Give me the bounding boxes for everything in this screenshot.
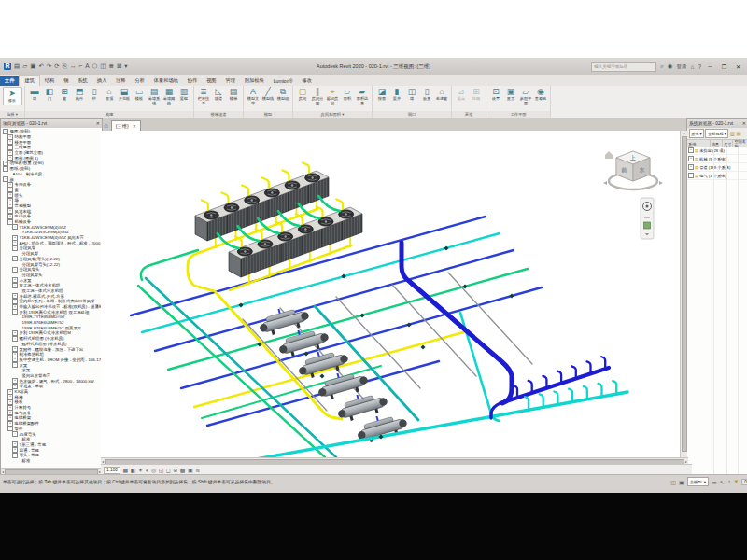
房间-button[interactable]: ▢房间 — [296, 87, 310, 102]
柱-button[interactable]: ▯柱 — [88, 87, 102, 102]
面积边界-button[interactable]: ▰面积边界 — [356, 87, 370, 106]
scrollbar-thumb[interactable] — [682, 136, 687, 452]
tree-expander-icon[interactable]: + — [688, 164, 694, 170]
竖井-button[interactable]: ▮竖井 — [390, 87, 404, 102]
垂直-button[interactable]: ▯垂直 — [420, 87, 434, 102]
幕墙系统-button[interactable]: ▤幕墙系统 — [148, 87, 162, 106]
account-icon[interactable]: ◉ — [668, 63, 673, 70]
view-dropdown[interactable]: 系统▾ — [689, 129, 704, 138]
editable-only-icon[interactable]: ▭ — [712, 479, 717, 485]
tree-expander-icon[interactable]: + — [688, 147, 694, 153]
save-icon[interactable]: ▣ — [30, 63, 35, 70]
close-view-tab-icon[interactable]: ✕ — [133, 123, 136, 129]
按面-button[interactable]: ◪按面 — [375, 87, 389, 102]
天花板-button[interactable]: ⬓天花板 — [118, 87, 132, 102]
search-icon[interactable]: ⌕ — [660, 63, 664, 70]
ribbon-panel-label[interactable]: 模型 — [244, 111, 292, 118]
revit-logo-icon[interactable]: R — [4, 63, 11, 70]
ribbon-tab-协作[interactable]: 协作 — [183, 76, 202, 87]
ribbon-panel-label[interactable]: 选择 ▾ — [0, 111, 24, 118]
显示-button[interactable]: ▣显示 — [504, 87, 518, 102]
幕墙网格-button[interactable]: ▦幕墙网格 — [162, 87, 176, 106]
design-option-dropdown[interactable]: 主模型▾ — [687, 477, 709, 486]
close-system-browser-icon[interactable]: ✕ — [742, 120, 746, 126]
measure-icon[interactable]: ↔ — [70, 63, 77, 70]
标记房间-button[interactable]: ⌖标记房间 — [326, 87, 340, 106]
customize-qat-icon[interactable]: ▾ — [124, 63, 127, 70]
navigation-bar[interactable] — [641, 198, 654, 239]
crop-view-icon[interactable]: ◱ — [159, 467, 164, 473]
ribbon-tab-建筑[interactable]: 建筑 — [19, 75, 39, 87]
drawing-area[interactable]: 上 前 东 — [101, 131, 680, 457]
tree-expander-icon[interactable]: - — [12, 336, 18, 342]
text-icon[interactable]: A — [85, 63, 89, 70]
design-options-icon[interactable]: ▣ — [679, 479, 684, 485]
楼梯-button[interactable]: ▤楼梯 — [227, 87, 241, 102]
close-hidden-icon[interactable]: ⊠ — [117, 63, 121, 70]
worksharing-display-icon[interactable]: ◫ — [670, 479, 676, 485]
老虎窗-button[interactable]: ⌂老虎窗 — [435, 87, 449, 102]
tree-expander-icon[interactable]: - — [12, 256, 18, 261]
view-cube[interactable]: 上 前 东 — [603, 151, 663, 189]
open-icon[interactable]: ▱ — [22, 63, 27, 70]
valve[interactable] — [420, 344, 425, 349]
scale-button[interactable]: 1:100 — [104, 467, 120, 474]
maximize-button[interactable]: ❐ — [719, 63, 729, 70]
temporary-hide-icon[interactable]: ⊘ — [173, 467, 177, 473]
app-store-icon[interactable]: ⌂ — [690, 63, 694, 70]
show-crop-icon[interactable]: ◻ — [166, 467, 171, 473]
ribbon-tab-钢[interactable]: 钢 — [59, 76, 73, 87]
栏杆扶手-button[interactable]: ≣栏杆扶手 — [197, 87, 211, 106]
reveal-hidden-icon[interactable]: ▩ — [180, 467, 186, 473]
undo-icon[interactable]: ↶ — [38, 63, 43, 70]
查看器-button[interactable]: ◉查看器 — [534, 87, 548, 102]
visual-style-icon[interactable]: ◧ — [131, 467, 136, 473]
ribbon-tab-注释[interactable]: 注释 — [111, 76, 130, 87]
tree-expander-icon[interactable]: + — [688, 173, 694, 178]
filter-icon[interactable]: ▼ — [733, 479, 739, 484]
tree-expander-icon[interactable]: - — [12, 245, 18, 251]
vertical-scrollbar[interactable]: ▴ ▾ — [680, 131, 687, 457]
press-drag-icon[interactable]: ↖ — [720, 479, 725, 485]
ribbon-tab-管理[interactable]: 管理 — [221, 76, 240, 87]
ribbon-tab-附加模块[interactable]: 附加模块 — [240, 76, 269, 87]
detail-level-icon[interactable]: ▦ — [123, 467, 129, 473]
print-icon[interactable]: ⎘ — [63, 63, 67, 70]
tree-expander-icon[interactable]: - — [12, 431, 18, 437]
竖梃-button[interactable]: ▥竖梃 — [177, 87, 191, 102]
close-project-browser-icon[interactable]: ✕ — [96, 120, 100, 126]
构件-button[interactable]: ⬒构件 — [73, 87, 87, 102]
valve[interactable] — [319, 373, 324, 378]
help-icon[interactable]: ? — [698, 63, 701, 70]
tree-item[interactable]: 标准 — [1, 458, 102, 464]
ribbon-panel-label[interactable]: 洞口 — [373, 111, 451, 118]
ribbon-panel-label[interactable]: 房间和面积 ▾ — [293, 111, 372, 118]
墙-button[interactable]: ◫墙 — [405, 87, 419, 102]
模型线-button[interactable]: ╱模型线 — [261, 87, 275, 102]
tree-expander-icon[interactable]: - — [12, 309, 18, 315]
tree-item[interactable]: -开利 19XR离心式冷水机组 双工况处理 — [1, 309, 102, 315]
ribbon-panel-label[interactable]: 楼梯坡道 — [194, 111, 243, 118]
tree-expander-icon[interactable]: - — [12, 224, 18, 230]
thin-lines-icon[interactable]: ≣ — [108, 63, 113, 70]
system-browser-header[interactable]: 系统浏览器 - 020-1.rvt ✕ — [687, 119, 747, 128]
section-icon[interactable]: ◫ — [100, 63, 106, 70]
房间分隔-button[interactable]: ∥房间分隔 — [311, 87, 325, 106]
aligned-dimension-icon[interactable]: ⌐ — [78, 63, 82, 70]
tree-expander-icon[interactable]: - — [12, 267, 18, 273]
ribbon-tab-视图[interactable]: 视图 — [202, 76, 220, 87]
ribbon-tab-体量和场地[interactable]: 体量和场地 — [149, 76, 183, 87]
sync-icon[interactable]: ⟳ — [54, 63, 59, 70]
cooling-towers[interactable] — [195, 163, 362, 291]
模型组-button[interactable]: ⧉模型组 — [276, 87, 290, 102]
render-icon[interactable]: ◎ — [151, 467, 156, 473]
轴网-button[interactable]: ⊞轴网 — [470, 87, 484, 102]
ribbon-tab-分析[interactable]: 分析 — [130, 76, 148, 87]
ribbon-panel-label[interactable]: 构建 — [25, 111, 193, 118]
redo-icon[interactable]: ↷ — [47, 63, 51, 70]
autofit-columns-icon[interactable]: ▥ — [730, 131, 735, 136]
tree-expander-icon[interactable]: - — [12, 283, 18, 288]
门-button[interactable]: ◧门 — [43, 87, 57, 102]
sun-path-icon[interactable]: ☀ — [138, 467, 143, 473]
menu-icon[interactable]: ▤ — [14, 63, 20, 70]
